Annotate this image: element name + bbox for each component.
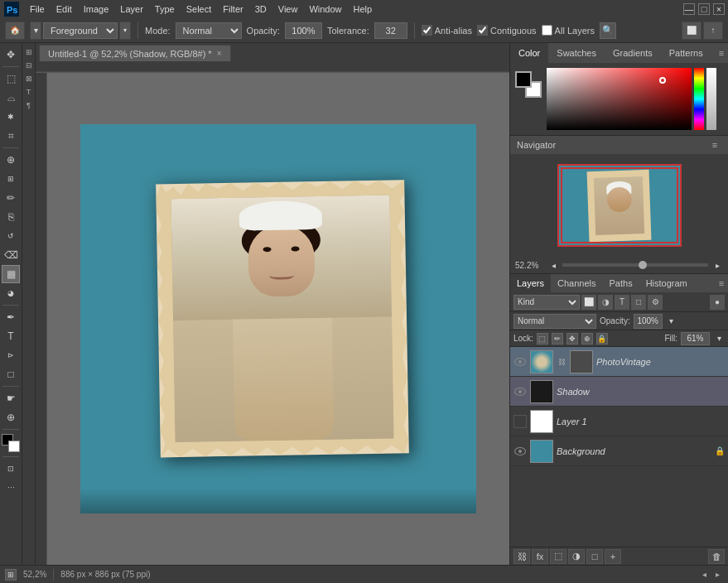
tolerance-input[interactable]: [374, 22, 407, 39]
minimize-btn[interactable]: —: [683, 3, 695, 15]
tab-histogram[interactable]: Histogram: [639, 274, 694, 292]
hue-slider[interactable]: [694, 68, 704, 130]
contiguous-checkbox[interactable]: Contiguous: [477, 25, 537, 36]
status-arrow-right[interactable]: ▸: [711, 569, 723, 581]
share-btn[interactable]: ↑: [703, 22, 723, 40]
layer-background-visibility[interactable]: [513, 445, 527, 458]
layer-filter-toggle[interactable]: ●: [710, 295, 725, 310]
blend-mode-select[interactable]: Normal: [513, 314, 596, 329]
zoom-out-btn[interactable]: ◂: [547, 259, 559, 271]
tool-select-rect[interactable]: ⬚: [2, 70, 20, 88]
lock-all[interactable]: 🔒: [596, 333, 608, 344]
link-layers-btn[interactable]: ⛓: [513, 549, 530, 564]
zoom-in-btn[interactable]: ▸: [711, 259, 723, 271]
opacity-input[interactable]: [634, 314, 663, 329]
tool-pen[interactable]: ✒: [2, 308, 20, 326]
tool-move[interactable]: ✥: [2, 46, 20, 64]
menu-view[interactable]: View: [273, 2, 303, 16]
lock-position[interactable]: ✥: [566, 333, 578, 344]
add-adjustment-btn[interactable]: ◑: [568, 549, 585, 564]
tool-heal[interactable]: ⊞: [2, 170, 20, 188]
add-layer-btn[interactable]: +: [605, 549, 621, 564]
search-btn[interactable]: 🔍: [600, 22, 616, 39]
image-canvas[interactable]: [80, 124, 476, 513]
canvas-tab[interactable]: Untitled-1 @ 52,2% (Shadow, RGB/8#) * ×: [39, 45, 231, 61]
menu-window[interactable]: Window: [304, 2, 346, 16]
menu-file[interactable]: File: [25, 2, 50, 16]
tool-eraser[interactable]: ⌫: [2, 246, 20, 264]
menu-type[interactable]: Type: [150, 2, 180, 16]
layer-filter-smart[interactable]: ⚙: [648, 295, 663, 310]
alpha-slider[interactable]: [706, 68, 716, 130]
lock-pixels[interactable]: ✏: [552, 333, 563, 344]
side-opt2[interactable]: ⊟: [23, 60, 35, 71]
tool-preset-arrow[interactable]: ▾: [119, 22, 131, 40]
tab-patterns[interactable]: Patterns: [661, 43, 711, 63]
bg-color[interactable]: [8, 441, 20, 452]
tool-history[interactable]: ↺: [2, 227, 20, 245]
navigator-preview[interactable]: [557, 164, 682, 247]
add-style-btn[interactable]: fx: [532, 549, 548, 564]
tab-paths[interactable]: Paths: [603, 274, 639, 292]
layer-background[interactable]: Background 🔒: [510, 436, 728, 466]
all-layers-checkbox[interactable]: All Layers: [542, 25, 595, 36]
delete-layer-btn[interactable]: 🗑: [708, 549, 725, 564]
opacity-arrow[interactable]: ▾: [666, 316, 677, 327]
navigator-menu[interactable]: ≡: [708, 138, 721, 152]
maximize-btn[interactable]: □: [698, 3, 710, 15]
tool-lasso[interactable]: ⌓: [2, 89, 20, 107]
tab-channels[interactable]: Channels: [551, 274, 602, 292]
tool-extra2[interactable]: ⋯: [2, 479, 20, 497]
tool-quick-select[interactable]: ✱: [2, 108, 20, 126]
status-indicator[interactable]: ⊞: [5, 569, 17, 581]
layer-shadow-visibility[interactable]: [513, 385, 527, 398]
fill-arrow[interactable]: ▾: [713, 333, 725, 344]
zoom-slider[interactable]: [562, 263, 708, 267]
opacity-input[interactable]: [285, 22, 322, 39]
view-extra-btn[interactable]: ⬜: [682, 22, 701, 40]
tool-text[interactable]: T: [2, 327, 20, 345]
tool-preset-btn[interactable]: ▾: [30, 22, 41, 40]
tool-eyedropper[interactable]: ⊕: [2, 151, 20, 169]
menu-help[interactable]: Help: [349, 2, 378, 16]
menu-select[interactable]: Select: [181, 2, 217, 16]
menu-layer[interactable]: Layer: [115, 2, 148, 16]
side-opt3[interactable]: ⊠: [23, 73, 35, 84]
tab-layers[interactable]: Layers: [510, 274, 551, 292]
layer-filter-type[interactable]: T: [615, 295, 629, 310]
color-field[interactable]: [547, 68, 692, 130]
anti-alias-checkbox[interactable]: Anti-alias: [422, 25, 472, 36]
add-mask-btn[interactable]: ⬚: [550, 549, 566, 564]
layer-shadow[interactable]: Shadow: [510, 377, 728, 407]
tool-brush[interactable]: ✏: [2, 189, 20, 207]
tool-zoom[interactable]: ⊕: [2, 408, 20, 426]
tool-crop[interactable]: ⌗: [2, 127, 20, 145]
layers-kind-select[interactable]: Kind: [513, 295, 580, 310]
side-opt1[interactable]: ⊞: [23, 46, 35, 58]
side-opt5[interactable]: ¶: [23, 99, 35, 111]
layer-filter-shape[interactable]: □: [631, 295, 646, 310]
tool-dodge[interactable]: ◕: [2, 284, 20, 302]
tool-shape[interactable]: □: [2, 365, 20, 383]
tab-gradients[interactable]: Gradients: [605, 43, 661, 63]
menu-edit[interactable]: Edit: [51, 2, 77, 16]
add-group-btn[interactable]: □: [586, 549, 603, 564]
mode-select[interactable]: Normal: [176, 22, 242, 39]
layer-1[interactable]: Layer 1: [510, 407, 728, 436]
layer-filter-pixel[interactable]: ⬜: [581, 295, 596, 310]
menu-filter[interactable]: Filter: [218, 2, 248, 16]
tab-swatches[interactable]: Swatches: [548, 43, 605, 63]
layers-panel-menu[interactable]: ≡: [715, 277, 728, 290]
tool-extra1[interactable]: ⊡: [2, 460, 20, 478]
tab-close[interactable]: ×: [217, 49, 222, 58]
color-panel-menu[interactable]: ≡: [715, 46, 728, 60]
canvas-viewport[interactable]: [47, 73, 509, 565]
status-arrow-left[interactable]: ◂: [698, 569, 710, 581]
layer-photovintage-visibility[interactable]: [513, 355, 527, 369]
layer-photovintage[interactable]: ⛓ PhotoVintage: [510, 347, 728, 377]
layer-1-visibility[interactable]: [513, 415, 527, 428]
tool-hand[interactable]: ☛: [2, 389, 20, 407]
tool-gradient[interactable]: ▦: [2, 265, 20, 283]
menu-3d[interactable]: 3D: [250, 2, 272, 16]
tab-color[interactable]: Color: [510, 43, 548, 63]
